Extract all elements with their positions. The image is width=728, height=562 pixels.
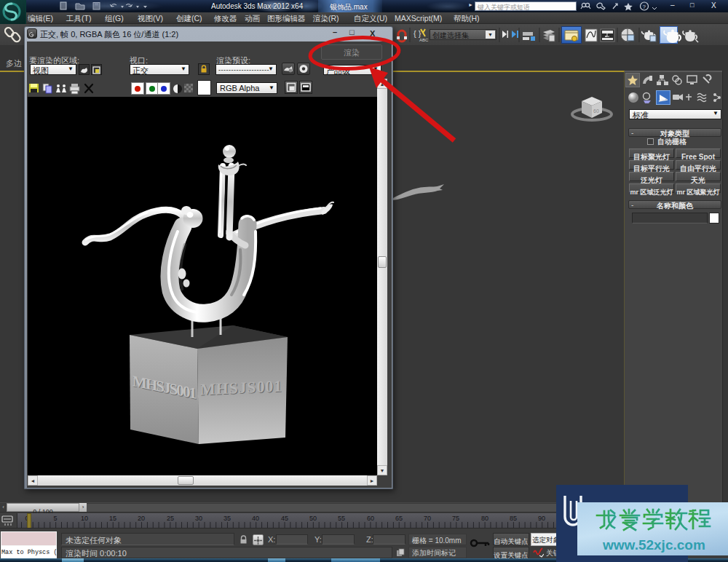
svg-text:?: ? <box>643 4 646 10</box>
svg-text:MHSJS001: MHSJS001 <box>200 377 282 399</box>
svg-text:{ }: { } <box>414 29 422 38</box>
svg-text:60: 60 <box>593 108 599 114</box>
svg-text:ABC: ABC <box>419 38 429 42</box>
